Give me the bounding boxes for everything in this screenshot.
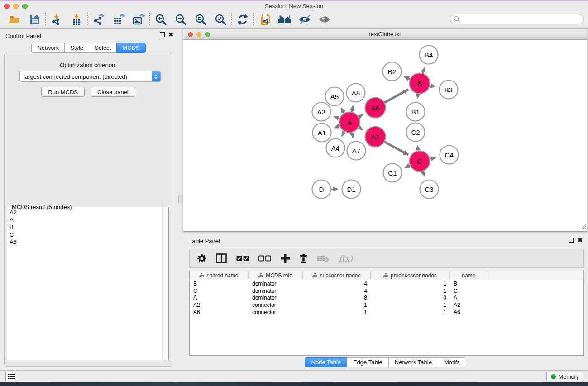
criterion-dropdown[interactable]: largest connected component (directed) bbox=[19, 71, 161, 82]
import-network-icon[interactable] bbox=[47, 12, 67, 27]
table-row[interactable]: A2connector11A2 bbox=[190, 301, 583, 309]
export-image-icon[interactable] bbox=[129, 12, 148, 27]
table-cell[interactable]: dominator bbox=[249, 288, 303, 294]
panel-splitter-grip[interactable] bbox=[178, 195, 182, 203]
zoom-selected-icon[interactable] bbox=[210, 12, 230, 27]
table-cell[interactable]: A2 bbox=[190, 302, 249, 308]
table-cell[interactable]: 1 bbox=[303, 302, 371, 308]
memory-button[interactable]: Memory bbox=[546, 372, 583, 381]
table-cell[interactable]: C bbox=[190, 288, 249, 294]
show-panels-list-button[interactable] bbox=[5, 372, 17, 381]
table-cell[interactable]: 8 bbox=[303, 295, 371, 301]
graph-edge-C-C1[interactable] bbox=[405, 165, 410, 167]
function-builder-icon[interactable]: f(x) bbox=[339, 254, 353, 263]
export-table-icon[interactable] bbox=[109, 12, 129, 27]
deselect-all-checkboxes-icon[interactable] bbox=[258, 255, 271, 262]
tab-edge-table[interactable]: Edge Table bbox=[347, 357, 388, 367]
table-cell[interactable]: 1 bbox=[371, 302, 450, 308]
table-row[interactable]: Adominator80A bbox=[190, 295, 583, 302]
tab-style[interactable]: Style bbox=[64, 43, 89, 53]
float-table-panel-icon[interactable] bbox=[569, 238, 574, 243]
table-cell[interactable]: A2 bbox=[450, 302, 488, 308]
table-cell[interactable]: 4 bbox=[303, 281, 371, 287]
graph-node-B3[interactable]: B3 bbox=[440, 81, 458, 99]
graph-node-B2[interactable]: B2 bbox=[383, 62, 402, 81]
graph-node-B1[interactable]: B1 bbox=[406, 103, 425, 121]
result-item[interactable]: A6 bbox=[7, 238, 162, 246]
graph-edge-A-A5[interactable] bbox=[341, 108, 344, 113]
graph-edge-B-B4[interactable] bbox=[423, 67, 425, 73]
table-cell[interactable]: 1 bbox=[371, 288, 450, 294]
refresh-layout-icon[interactable] bbox=[233, 12, 253, 27]
network-window-titlebar[interactable]: testGlobe.txt bbox=[183, 29, 587, 40]
table-cell[interactable]: connector bbox=[249, 302, 303, 308]
result-item[interactable]: A bbox=[7, 216, 162, 224]
table-cell[interactable]: 1 bbox=[303, 309, 371, 315]
graph-edge-A-A8[interactable] bbox=[352, 106, 353, 112]
graph-edge-A-A4[interactable] bbox=[342, 132, 344, 136]
table-cell[interactable]: A6 bbox=[450, 309, 488, 315]
hide-selection-eye-icon[interactable] bbox=[295, 12, 315, 27]
graph-node-A8[interactable]: A8 bbox=[347, 84, 365, 102]
graph-node-A4[interactable]: A4 bbox=[326, 139, 345, 157]
table-cell[interactable]: A bbox=[190, 295, 249, 301]
graph-edge-C-C2[interactable] bbox=[417, 145, 418, 151]
table-cell[interactable]: 1 bbox=[371, 309, 450, 315]
result-scrollbar[interactable] bbox=[162, 207, 168, 360]
home-layout-icon[interactable] bbox=[275, 12, 295, 27]
table-cell[interactable]: A bbox=[450, 295, 488, 301]
select-all-checkboxes-icon[interactable] bbox=[236, 255, 249, 262]
table-cell[interactable]: C bbox=[450, 288, 488, 294]
graph-node-B4[interactable]: B4 bbox=[420, 46, 438, 64]
run-mcds-button[interactable]: Run MCDS bbox=[41, 87, 85, 97]
graph-node-C2[interactable]: C2 bbox=[406, 123, 425, 142]
graph-node-D1[interactable]: D1 bbox=[342, 180, 361, 199]
float-panel-icon[interactable] bbox=[160, 32, 165, 37]
table-cell[interactable]: dominator bbox=[249, 281, 303, 287]
zoom-fit-icon[interactable] bbox=[191, 12, 210, 27]
open-file-icon[interactable] bbox=[5, 12, 24, 27]
tab-node-table[interactable]: Node Table bbox=[305, 357, 347, 367]
graph-edge-C-C4[interactable] bbox=[430, 157, 436, 159]
export-network-icon[interactable] bbox=[89, 12, 109, 27]
table-cell[interactable]: 1 bbox=[371, 281, 450, 287]
column-header-predecessor-nodes[interactable]: predecessor nodes bbox=[371, 271, 450, 280]
tab-motifs[interactable]: Motifs bbox=[438, 357, 466, 367]
graph-edge-A-A7[interactable] bbox=[352, 133, 353, 138]
result-item[interactable]: C bbox=[7, 231, 162, 238]
show-columns-icon[interactable] bbox=[216, 253, 227, 263]
graph-node-A6[interactable]: A6 bbox=[365, 98, 386, 118]
delete-table-icon[interactable] bbox=[317, 255, 329, 262]
column-header-successor-nodes[interactable]: successor nodes bbox=[303, 271, 371, 280]
table-cell[interactable]: connector bbox=[249, 309, 303, 315]
column-header-MCDS-role[interactable]: MCDS role bbox=[249, 271, 303, 280]
graph-node-A1[interactable]: A1 bbox=[313, 124, 331, 142]
save-session-icon[interactable] bbox=[24, 12, 44, 27]
close-table-panel-icon[interactable]: ✖ bbox=[578, 238, 583, 243]
graph-edge-B-B1[interactable] bbox=[417, 94, 418, 99]
search-field[interactable] bbox=[450, 14, 584, 24]
close-panel-button[interactable]: Close panel bbox=[91, 87, 135, 97]
graph-node-A[interactable]: A bbox=[339, 112, 360, 133]
graph-edge-A-A3[interactable] bbox=[334, 116, 339, 119]
graph-edge-A6-B[interactable] bbox=[385, 90, 408, 103]
add-column-plus-icon[interactable] bbox=[281, 254, 290, 263]
graph-node-B[interactable]: B bbox=[410, 73, 430, 94]
table-cell[interactable]: B bbox=[450, 281, 488, 287]
graph-edge-A-A1[interactable] bbox=[335, 126, 339, 128]
table-cell[interactable]: 4 bbox=[303, 288, 371, 294]
resize-grip-icon[interactable] bbox=[580, 223, 586, 231]
graph-node-D[interactable]: D bbox=[312, 180, 331, 199]
table-cell[interactable]: 0 bbox=[371, 295, 450, 301]
tab-select[interactable]: Select bbox=[89, 43, 116, 53]
zoom-out-icon[interactable] bbox=[171, 12, 191, 27]
tab-network-table[interactable]: Network Table bbox=[388, 357, 438, 367]
search-input[interactable] bbox=[460, 16, 583, 23]
graph-edge-A-A2[interactable] bbox=[359, 128, 363, 130]
column-header-name[interactable]: name bbox=[450, 271, 488, 280]
graph-node-A3[interactable]: A3 bbox=[312, 103, 331, 121]
network-canvas[interactable]: B4B2BB3B1A5A8A6A3AA1A2C2A4A7CC1C4C3DD1 bbox=[183, 40, 587, 231]
graph-node-C3[interactable]: C3 bbox=[420, 180, 439, 199]
graph-edge-C-C3[interactable] bbox=[423, 171, 425, 176]
table-row[interactable]: Bdominator41B bbox=[190, 280, 583, 287]
